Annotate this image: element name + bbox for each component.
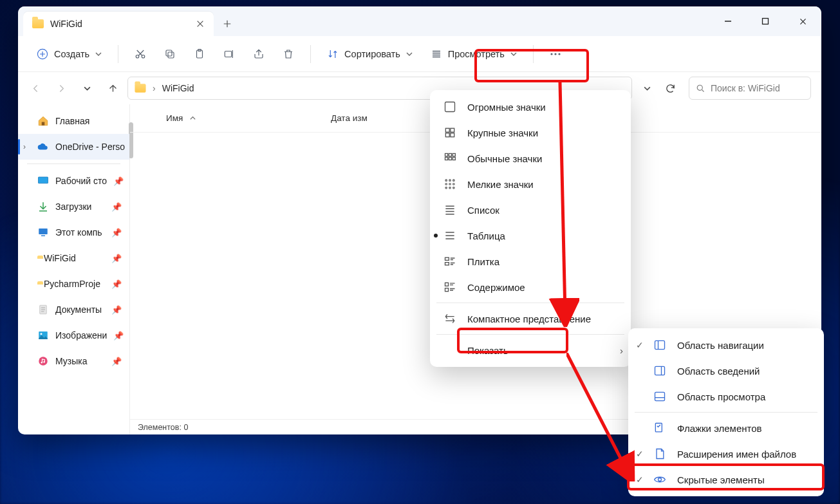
- svg-rect-28: [451, 133, 454, 137]
- more-button[interactable]: [543, 42, 568, 66]
- sidebar-item-рабочий-сто[interactable]: Рабочий сто📌: [18, 168, 129, 194]
- svg-rect-44: [445, 257, 449, 260]
- search-placeholder: Поиск в: WiFiGid: [711, 83, 780, 93]
- back-button[interactable]: [24, 77, 46, 99]
- sidebar-item-label: Рабочий сто: [55, 176, 107, 186]
- show-menu-item[interactable]: ✓Область сведений: [628, 358, 824, 384]
- cut-button[interactable]: [127, 42, 153, 66]
- new-button[interactable]: Создать: [30, 42, 109, 66]
- sort-asc-icon: [189, 115, 196, 122]
- menu-item-label: Мелкие значки: [467, 179, 534, 190]
- sidebar-item-изображени[interactable]: Изображени📌: [18, 322, 129, 348]
- new-tab-button[interactable]: [214, 12, 241, 36]
- menu-item-label: Область сведений: [677, 366, 760, 377]
- view-menu-item[interactable]: Обычные значки: [430, 145, 631, 171]
- maximize-button[interactable]: [747, 6, 784, 36]
- menu-item-label: Содержимое: [467, 282, 525, 293]
- sidebar-item-загрузки[interactable]: Загрузки📌: [18, 194, 129, 219]
- view-icon: [430, 48, 443, 61]
- recent-button[interactable]: [76, 77, 98, 99]
- svg-rect-50: [655, 392, 665, 400]
- view-menu-item[interactable]: Огромные значки: [430, 94, 631, 120]
- show-menu-item[interactable]: ✓Область просмотра: [628, 384, 824, 409]
- view-menu-item[interactable]: Мелкие значки: [430, 171, 631, 197]
- breadcrumb-folder[interactable]: WiFiGid: [162, 83, 194, 93]
- check-icon: ✓: [635, 474, 645, 485]
- menu-item-label: Область просмотра: [677, 391, 765, 402]
- view-label: Просмотреть: [448, 49, 505, 59]
- svg-point-36: [449, 180, 451, 182]
- show-menu-item[interactable]: ✓Расширения имен файлов: [628, 441, 824, 467]
- search-box[interactable]: Поиск в: WiFiGid: [689, 77, 811, 100]
- close-tab-icon[interactable]: [196, 19, 205, 28]
- pin-icon: 📌: [111, 305, 122, 315]
- copy-button[interactable]: [157, 42, 183, 66]
- music-icon: [37, 355, 49, 367]
- svg-point-21: [39, 357, 48, 366]
- share-button[interactable]: [246, 42, 272, 66]
- check-icon: ✓: [635, 340, 645, 350]
- sidebar-item-главная[interactable]: Главная: [18, 108, 129, 134]
- menu-item-label: Область навигации: [677, 340, 764, 351]
- close-button[interactable]: [784, 6, 821, 36]
- menu-item-icon: [653, 472, 667, 487]
- download-icon: [37, 201, 49, 212]
- svg-point-38: [445, 183, 447, 185]
- svg-point-37: [453, 180, 455, 182]
- view-menu-item[interactable]: Список: [430, 197, 631, 223]
- sidebar-item-pycharmproje[interactable]: PycharmProje📌: [18, 271, 129, 297]
- tab[interactable]: WiFiGid: [23, 12, 214, 36]
- minimize-button[interactable]: [709, 6, 747, 36]
- menu-item-icon: [443, 312, 457, 326]
- view-menu-item[interactable]: Компактное представление: [430, 306, 631, 331]
- svg-point-39: [449, 183, 451, 185]
- svg-rect-49: [655, 366, 665, 375]
- view-menu-item[interactable]: Содержимое: [430, 274, 631, 300]
- sidebar-item-wifigid[interactable]: WiFiGid📌: [18, 245, 129, 271]
- desktop-icon: [37, 175, 49, 187]
- sidebar: Главная›OneDrive - PersoРабочий сто📌Загр…: [18, 104, 130, 434]
- sidebar-item-музыка[interactable]: Музыка📌: [18, 348, 129, 374]
- svg-rect-4: [168, 52, 174, 58]
- addr-dropdown-button[interactable]: [636, 77, 658, 99]
- svg-rect-27: [445, 133, 449, 137]
- view-button[interactable]: Просмотреть: [424, 42, 524, 66]
- view-menu-item[interactable]: Показать›: [430, 337, 631, 363]
- menu-item-icon: [443, 254, 457, 268]
- view-menu-item[interactable]: Крупные значки: [430, 120, 631, 145]
- svg-point-20: [41, 333, 42, 335]
- menu-item-label: Флажки элементов: [677, 423, 762, 434]
- view-menu-item[interactable]: Таблица: [430, 223, 631, 248]
- forward-button[interactable]: [50, 77, 72, 99]
- menu-item-label: Крупные значки: [467, 127, 538, 138]
- up-button[interactable]: [102, 77, 124, 99]
- sort-button[interactable]: Сортировать: [320, 42, 420, 66]
- view-menu-item[interactable]: Плитка: [430, 248, 631, 274]
- sidebar-item-onedrive---perso[interactable]: ›OneDrive - Perso: [18, 134, 129, 160]
- sidebar-item-этот-компь[interactable]: Этот компь📌: [18, 219, 129, 245]
- sort-label: Сортировать: [344, 49, 400, 59]
- delete-button[interactable]: [275, 42, 301, 66]
- menu-item-label: Список: [467, 205, 499, 216]
- chevron-right-icon[interactable]: ›: [23, 142, 26, 151]
- svg-rect-16: [39, 229, 48, 234]
- show-menu-item[interactable]: ✓Область навигации: [628, 332, 824, 358]
- menu-item-label: Обычные значки: [467, 153, 542, 164]
- show-menu-item[interactable]: ✓Скрытые элементы: [628, 467, 824, 492]
- svg-rect-45: [445, 263, 449, 265]
- rename-button[interactable]: [216, 42, 242, 66]
- pin-icon: 📌: [111, 279, 122, 289]
- show-menu-item[interactable]: ✓Флажки элементов: [628, 415, 824, 441]
- menu-item-icon: [653, 364, 667, 378]
- menu-item-label: Показать: [467, 345, 509, 356]
- sidebar-item-документы[interactable]: Документы📌: [18, 297, 129, 322]
- bullet-icon: [434, 234, 438, 238]
- paste-button[interactable]: [187, 42, 212, 66]
- column-name[interactable]: Имя: [130, 113, 331, 123]
- share-icon: [252, 48, 265, 61]
- refresh-button[interactable]: [659, 77, 681, 99]
- image-icon: [37, 330, 49, 341]
- menu-item-icon: [653, 389, 667, 404]
- show-submenu: ✓Область навигации✓Область сведений✓Обла…: [628, 328, 824, 496]
- scissors-icon: [134, 48, 147, 61]
